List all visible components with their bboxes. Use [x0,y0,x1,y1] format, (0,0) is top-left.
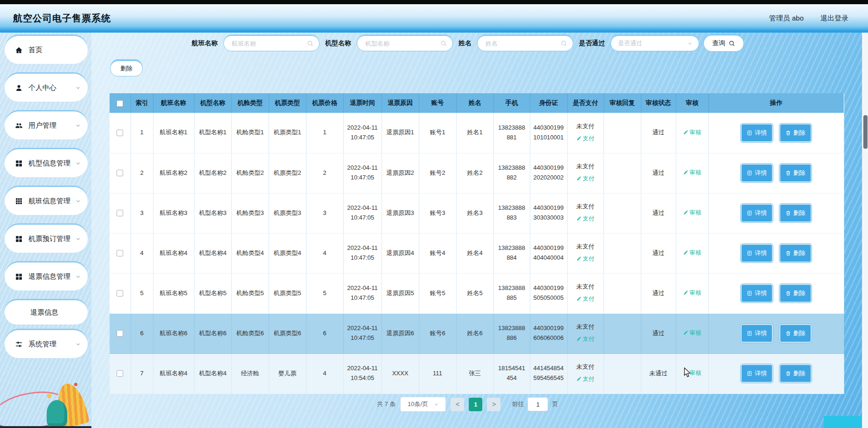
sidebar-item-refund-info-management[interactable]: 退票信息管理 [5,262,88,290]
goto-page: 前往 页 [512,397,558,411]
pay-link[interactable]: 支付 [576,374,595,384]
edit-icon [683,370,688,375]
cell-audit-reply [604,353,641,393]
cell-ticket-type: 机票类型5 [269,273,306,313]
cell-price: 2 [306,153,343,193]
pay-link[interactable]: 支付 [576,254,595,263]
document-icon [747,130,752,136]
detail-button-label: 详情 [755,369,767,378]
cell-reason: 退票原因6 [382,313,419,353]
goto-page-input[interactable] [528,397,548,411]
prev-page-button[interactable]: < [451,398,464,411]
pay-link[interactable]: 支付 [576,174,595,183]
audit-link[interactable]: 审核 [683,368,701,378]
grid-icon [15,235,23,243]
detail-button[interactable]: 详情 [741,124,773,142]
edit-icon [576,216,582,221]
admin-user-label: 管理员 abo [769,14,804,23]
row-delete-button[interactable]: 删除 [779,164,812,182]
cell-audit: 审核 [676,233,708,273]
detail-button[interactable]: 详情 [741,204,773,222]
sidebar-item-home[interactable]: 首页 [5,36,88,64]
pay-link[interactable]: 支付 [576,134,595,143]
row-checkbox[interactable] [117,250,123,256]
home-icon [15,46,23,54]
cell-account: 账号3 [419,193,456,233]
col-header-refund-time: 退票时间 [343,93,382,113]
detail-button[interactable]: 详情 [741,364,773,383]
sidebar-item-personal-center[interactable]: 个人中心 [5,74,88,102]
col-header-audit-status: 审核状态 [641,93,676,113]
logout-link[interactable]: 退出登录 [820,14,848,23]
row-delete-button[interactable]: 删除 [779,364,812,383]
model-name-input[interactable] [364,40,440,48]
sidebar-item-system-management[interactable]: 系统管理 [5,330,88,358]
page-size-label: 10条/页 [408,400,428,408]
cell-audit: 审核 [676,113,708,153]
sidebar-item-refund-info[interactable]: 退票信息 [5,300,88,324]
cell-paid: 未支付 支付 [567,273,604,313]
cell-reason: 退票原因1 [382,113,419,153]
cell-audit-status: 未通过 [641,353,676,393]
audit-link-label: 审核 [690,368,701,378]
pay-status-text: 未支付 [570,122,601,131]
row-checkbox[interactable] [117,130,123,136]
edit-icon [576,376,582,381]
pay-link[interactable]: 支付 [576,214,595,223]
audit-link[interactable]: 审核 [683,288,701,297]
next-page-button[interactable]: > [487,398,500,411]
row-delete-button[interactable]: 删除 [779,284,812,303]
page-size-select[interactable]: 10条/页 [400,397,446,412]
cell-ticket-type: 机票类型6 [269,313,306,353]
row-checkbox[interactable] [117,330,123,337]
cell-idcard: 441454854595456545 [530,353,567,393]
cell-paid: 未支付 支付 [567,153,604,193]
pay-link[interactable]: 支付 [576,294,595,304]
row-delete-button[interactable]: 删除 [779,324,812,343]
col-header-model: 机型名称 [194,93,231,113]
row-checkbox[interactable] [117,210,123,216]
audit-link[interactable]: 审核 [683,128,701,137]
audit-link-label: 审核 [690,208,701,217]
col-header-account: 账号 [419,93,456,113]
current-page-number: 1 [474,401,477,408]
select-all-checkbox[interactable] [117,100,123,107]
cell-refund-time: 2022-04-11 10:47:05 [343,153,382,193]
audit-link[interactable]: 审核 [683,248,701,257]
sidebar-item-ticket-booking[interactable]: 机票预订管理 [5,225,88,253]
current-page-button[interactable]: 1 [469,398,482,411]
pass-select[interactable]: 是否通过 [611,35,699,51]
audit-link[interactable]: 审核 [683,168,701,177]
cell-idcard: 440300199303030003 [530,193,567,233]
audit-link-label: 审核 [690,128,701,137]
sidebar-item-flight-info[interactable]: 航班信息管理 [5,187,88,215]
chevron-down-icon [75,198,81,204]
row-delete-button[interactable]: 删除 [779,204,812,222]
cell-index: 7 [131,353,153,393]
flight-name-input[interactable] [231,40,307,48]
query-button[interactable]: 查询 [703,35,744,52]
audit-link[interactable]: 审核 [683,208,701,217]
cell-flight: 航班名称1 [153,113,194,153]
sidebar-item-user-management[interactable]: 用户管理 [5,111,88,139]
detail-button[interactable]: 详情 [741,164,773,182]
arrow-right-icon: > [492,400,496,408]
pay-link[interactable]: 支付 [576,334,595,344]
cell-refund-time: 2022-04-11 10:47:05 [343,113,382,153]
batch-delete-button[interactable]: 删除 [110,61,143,76]
row-checkbox[interactable] [117,370,123,377]
detail-button[interactable]: 详情 [741,244,773,262]
edit-icon [576,176,582,181]
scrollbar-thumb[interactable] [863,115,868,149]
audit-link[interactable]: 审核 [683,328,701,338]
detail-button[interactable]: 详情 [741,284,773,303]
cell-refund-time: 2022-04-11 10:47:05 [343,193,382,233]
row-delete-button[interactable]: 删除 [779,244,812,262]
row-checkbox[interactable] [117,170,123,176]
pay-status-text: 未支付 [570,362,601,372]
row-checkbox[interactable] [117,290,123,297]
sidebar-item-aircraft-model-info[interactable]: 机型信息管理 [5,149,88,177]
name-input[interactable] [485,40,561,48]
row-delete-button[interactable]: 删除 [779,124,812,142]
detail-button[interactable]: 详情 [741,324,773,343]
